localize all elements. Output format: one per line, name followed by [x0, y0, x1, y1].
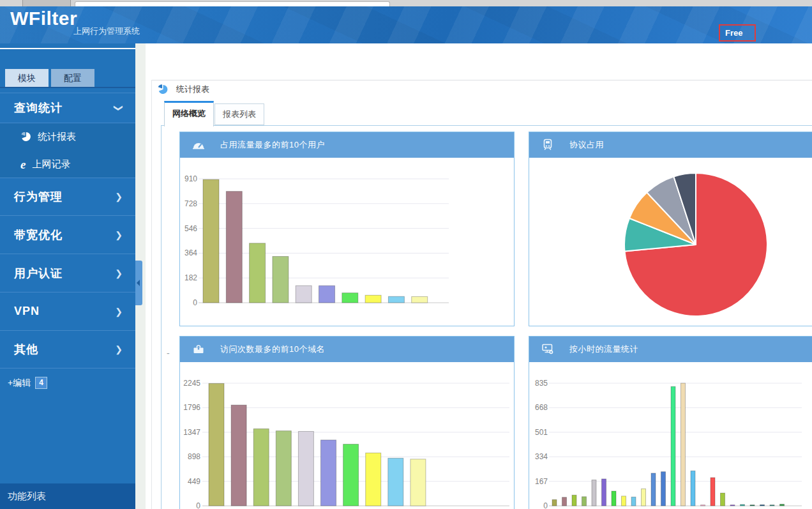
edit-label: +编辑	[8, 377, 31, 389]
tab-content-border	[161, 125, 812, 126]
app-header	[0, 6, 812, 43]
svg-text:1347: 1347	[183, 428, 200, 437]
section-label: 其他	[14, 342, 38, 357]
app-root: WFilter 上网行为管理系统 Free 模块 配置 查询统计 ❯ 统计报表 …	[0, 0, 812, 509]
svg-text:501: 501	[535, 428, 548, 437]
svg-text:182: 182	[184, 273, 197, 282]
panel-header: 协议占用	[529, 132, 812, 158]
browser-tab-stub[interactable]	[22, 0, 71, 6]
sidebar-section-bandwidth[interactable]: 带宽优化 ❯	[0, 215, 135, 254]
chart-area: 9107285463641820	[180, 158, 514, 325]
svg-text:728: 728	[184, 199, 197, 208]
panel-title: 按小时的流量统计	[569, 344, 638, 355]
sidebar-footer: 功能列表	[0, 483, 135, 509]
chart-panel-protocols: 协议占用	[529, 132, 812, 326]
svg-text:364: 364	[184, 248, 197, 257]
svg-text:2245: 2245	[183, 379, 200, 388]
tab-content-border	[161, 125, 162, 509]
sidebar-item-label: 统计报表	[38, 131, 76, 143]
sidebar-item-label: 上网记录	[32, 158, 70, 171]
svg-text:334: 334	[535, 452, 548, 461]
chart-panel-top-users: 占用流量最多的前10个用户 9107285463641820	[179, 132, 515, 326]
section-label: 行为管理	[14, 189, 63, 204]
svg-text:0: 0	[193, 298, 197, 307]
sidebar-divider	[0, 48, 135, 49]
sidebar-item-stat-report[interactable]: 统计报表	[0, 123, 135, 151]
bar-chart-hourly-traffic: 8356685013341670	[529, 362, 812, 509]
train-icon	[540, 137, 555, 153]
sidebar-tab-modules[interactable]: 模块	[5, 69, 49, 87]
section-label: 带宽优化	[14, 227, 63, 243]
svg-text:835: 835	[535, 379, 548, 388]
sidebar-tabs-underline	[0, 87, 135, 88]
sidebar-section-user-auth[interactable]: 用户认证 ❯	[0, 254, 135, 292]
collapse-arrow-icon	[137, 280, 140, 286]
chart-panel-hourly-traffic: 按小时的流量统计 8356685013341670	[529, 336, 812, 509]
sidebar-section-behavior[interactable]: 行为管理 ❯	[0, 178, 135, 215]
sidebar-section-query-stats[interactable]: 查询统计 ❯	[0, 93, 135, 123]
svg-text:668: 668	[535, 403, 548, 412]
app-logo: WFilter	[10, 8, 77, 29]
chart-panel-top-domains: 访问次数最多的前10个域名 2245179613478984490	[179, 336, 515, 509]
stray-dash: -	[167, 348, 170, 358]
tab-network-overview[interactable]: 网络概览	[164, 101, 214, 126]
panel-header: 访问次数最多的前10个域名	[180, 337, 514, 362]
chevron-down-icon: ❯	[114, 104, 124, 112]
svg-text:1796: 1796	[183, 403, 200, 412]
svg-text:546: 546	[184, 224, 197, 233]
pie-chart-icon	[156, 84, 169, 95]
browser-edge	[0, 0, 812, 6]
pie-chart-protocols	[529, 158, 812, 325]
svg-text:0: 0	[543, 501, 548, 509]
section-label: 用户认证	[14, 266, 63, 281]
sidebar-section-vpn[interactable]: VPN ❯	[0, 292, 135, 330]
report-box-border	[151, 80, 812, 80]
section-label: 查询统计	[14, 100, 63, 116]
sidebar-edit-link[interactable]: +编辑 4	[0, 377, 143, 389]
bar-chart-top-users: 9107285463641820	[180, 158, 514, 325]
panel-title: 占用流量最多的前10个用户	[220, 139, 325, 151]
edit-count-badge: 4	[35, 377, 47, 389]
tab-report-list[interactable]: 报表列表	[214, 103, 264, 125]
app-subtitle: 上网行为管理系统	[73, 26, 140, 37]
chevron-right-icon: ❯	[115, 192, 123, 202]
chart-area: 8356685013341670	[529, 362, 812, 509]
monitor-gear-icon	[540, 342, 555, 357]
chart-area	[529, 158, 812, 325]
sidebar-item-web-records[interactable]: e 上网记录	[0, 151, 135, 178]
section-label: VPN	[14, 305, 40, 318]
panel-header: 按小时的流量统计	[529, 337, 812, 362]
toolbox-icon	[191, 342, 206, 357]
sidebar-submenu: 统计报表 e 上网记录	[0, 123, 135, 178]
sidebar-section-other[interactable]: 其他 ❯	[0, 330, 135, 368]
pie-chart-icon	[20, 132, 31, 142]
svg-text:898: 898	[188, 452, 200, 461]
report-title-label: 统计报表	[176, 84, 209, 95]
chevron-right-icon: ❯	[115, 307, 123, 317]
panel-header: 占用流量最多的前10个用户	[180, 132, 514, 158]
gauge-icon	[191, 137, 206, 153]
free-license-badge[interactable]: Free	[719, 24, 756, 42]
chevron-right-icon: ❯	[115, 344, 123, 354]
svg-text:910: 910	[184, 174, 197, 183]
sidebar-collapse-handle[interactable]	[135, 261, 142, 305]
bar-chart-top-domains: 2245179613478984490	[180, 362, 514, 509]
chevron-right-icon: ❯	[115, 268, 123, 278]
chevron-right-icon: ❯	[115, 230, 123, 240]
svg-text:0: 0	[196, 501, 200, 509]
chart-area: 2245179613478984490	[180, 362, 514, 509]
ie-browser-icon: e	[20, 160, 26, 170]
sidebar-tab-config[interactable]: 配置	[51, 69, 94, 87]
panel-title: 访问次数最多的前10个域名	[220, 344, 325, 355]
svg-text:449: 449	[188, 477, 200, 486]
sidebar-tabs: 模块 配置	[5, 69, 94, 87]
panel-title: 协议占用	[569, 139, 604, 151]
report-title: 统计报表	[156, 84, 209, 95]
sidebar: 模块 配置 查询统计 ❯ 统计报表 e 上网记录 行为管理 ❯	[0, 43, 135, 509]
svg-text:167: 167	[535, 477, 548, 486]
report-box-border	[151, 80, 152, 509]
